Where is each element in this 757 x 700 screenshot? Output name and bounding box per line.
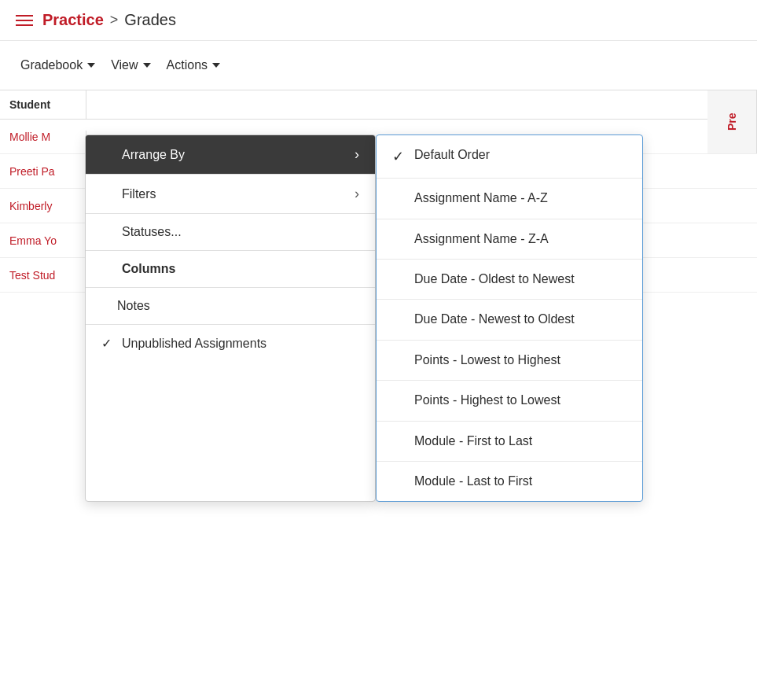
dropdown-item-unpublished[interactable]: ✓Unpublished Assignments: [86, 325, 375, 362]
arrange-by-option-module-last[interactable]: Module - Last to First: [377, 462, 642, 501]
arrange-by-label: Points - Lowest to Highest: [414, 352, 560, 369]
toolbar: Gradebook View Actions: [0, 41, 757, 90]
dropdown-item-label: Columns: [122, 262, 175, 276]
student-name[interactable]: Kimberly: [0, 200, 86, 212]
breadcrumb-link[interactable]: Practice: [42, 11, 104, 29]
th-pre: Pre: [707, 90, 757, 153]
student-name[interactable]: Test Stud: [0, 269, 86, 282]
gradebook-button[interactable]: Gradebook: [19, 55, 97, 76]
breadcrumb-separator: >: [110, 12, 119, 28]
dropdown-item-label: Filters: [122, 187, 156, 201]
arrange-by-label: Due Date - Oldest to Newest: [414, 271, 575, 288]
arrange-by-option-name-za[interactable]: Assignment Name - Z-A: [377, 219, 642, 260]
check-icon: ✓: [101, 336, 117, 351]
view-caret-icon: [143, 63, 151, 68]
dropdown-item-notes[interactable]: Notes: [86, 288, 375, 325]
arrange-by-label: Module - Last to First: [414, 473, 532, 490]
arrange-by-option-due-newest[interactable]: Due Date - Newest to Oldest: [377, 300, 642, 340]
actions-caret-icon: [212, 63, 220, 68]
chevron-right-icon: ›: [355, 186, 359, 202]
student-name[interactable]: Mollie M: [0, 131, 86, 143]
arrange-by-label: Assignment Name - A-Z: [414, 190, 548, 207]
actions-label: Actions: [167, 58, 208, 72]
arrange-by-option-points-high[interactable]: Points - Highest to Lowest: [377, 381, 642, 421]
arrange-by-option-points-low[interactable]: Points - Lowest to Highest: [377, 341, 642, 381]
dropdown-item-arrange-by[interactable]: Arrange By›: [86, 135, 375, 175]
table-header-row: Student: [0, 90, 757, 120]
hamburger-icon[interactable]: [16, 15, 33, 26]
arrange-by-label: Assignment Name - Z-A: [414, 230, 549, 248]
dropdown-overlay: Arrange By›Filters›Statuses...ColumnsNot…: [85, 134, 643, 502]
arrange-by-option-name-az[interactable]: Assignment Name - A-Z: [377, 179, 642, 219]
gradebook-table: Student Pre Mollie MPreeti PaKimberlyEmm…: [0, 90, 757, 293]
student-name[interactable]: Emma Yo: [0, 234, 86, 247]
dropdown-primary: Arrange By›Filters›Statuses...ColumnsNot…: [85, 134, 376, 502]
student-name[interactable]: Preeti Pa: [0, 165, 86, 178]
header: Practice > Grades: [0, 0, 757, 41]
dropdown-item-columns-header[interactable]: Columns: [86, 251, 375, 288]
gradebook-label: Gradebook: [20, 58, 83, 72]
dropdown-item-filters[interactable]: Filters›: [86, 175, 375, 214]
dropdown-secondary: ✓Default OrderAssignment Name - A-ZAssig…: [376, 134, 643, 502]
arrange-by-option-default-order[interactable]: ✓Default Order: [377, 135, 642, 179]
arrange-by-label: Points - Highest to Lowest: [414, 392, 560, 409]
dropdown-item-label: Unpublished Assignments: [122, 337, 266, 351]
dropdown-item-statuses[interactable]: Statuses...: [86, 214, 375, 251]
arrange-by-label: Default Order: [414, 146, 490, 164]
arrange-by-label: Due Date - Newest to Oldest: [414, 311, 575, 328]
view-button[interactable]: View: [109, 55, 152, 76]
th-student: Student: [0, 90, 86, 119]
view-label: View: [111, 58, 138, 72]
arrange-by-option-due-oldest[interactable]: Due Date - Oldest to Newest: [377, 260, 642, 300]
dropdown-item-label: Notes: [117, 299, 150, 313]
dropdown-item-label: Arrange By: [122, 148, 185, 162]
arrange-by-option-module-first[interactable]: Module - First to Last: [377, 422, 642, 462]
actions-button[interactable]: Actions: [165, 55, 222, 76]
breadcrumb-current: Grades: [124, 11, 176, 29]
check-icon: ✓: [392, 147, 411, 167]
breadcrumb: Practice > Grades: [42, 11, 176, 29]
gradebook-caret-icon: [87, 63, 95, 68]
arrange-by-label: Module - First to Last: [414, 433, 532, 450]
chevron-right-icon: ›: [355, 146, 359, 163]
dropdown-item-label: Statuses...: [122, 225, 182, 239]
